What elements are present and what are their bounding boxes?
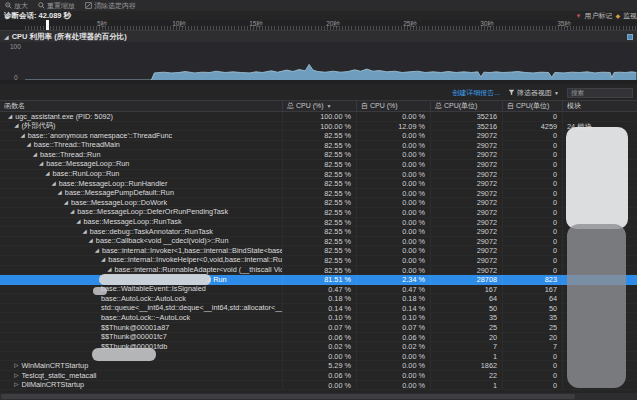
function-name-cell: ▷WinMainCRTStartup (0, 361, 282, 370)
expander-open-icon[interactable]: ◢ (33, 150, 37, 159)
expander-open-icon[interactable]: ◢ (27, 141, 31, 150)
function-name: base::AutoLock::AutoLock (101, 294, 186, 303)
expander-open-icon[interactable]: ◢ (107, 266, 111, 275)
total-cpu-pct-cell: 82.55 % (282, 246, 356, 255)
total-cpu-pct-cell: 82.55 % (282, 170, 356, 179)
filter-view-dropdown[interactable]: 筛选器视图 ▼ (508, 88, 559, 98)
zoom-in-button[interactable]: 放大 (5, 1, 28, 11)
session-bar: 诊断会话: 42.089 秒 ▼ 用户标记 ◆ 监视 (0, 11, 637, 20)
reset-zoom-label: 重置缩放 (47, 1, 75, 11)
tree-row[interactable]: ◢base::MessageLoop::DeferOrRunPendingTas… (0, 208, 637, 218)
self-cpu-pct-cell: 0.00 % (356, 361, 430, 370)
y-axis-min-label: 0 (14, 74, 18, 81)
function-name-cell: ▷DllMainCRTStartup (0, 381, 282, 390)
expander-open-icon[interactable]: ◢ (89, 237, 93, 246)
function-name: base::Callback<void __cdecl(void)>::Run (96, 237, 229, 246)
function-name-cell: ◢base::RunLoop::Run (0, 170, 282, 179)
self-cpu-units-cell: 25 (502, 323, 562, 332)
expander-open-icon[interactable]: ◢ (70, 208, 74, 217)
function-name: base::RunLoop::Run (52, 170, 119, 179)
expander-open-icon[interactable]: ◢ (64, 198, 68, 207)
clear-selection-button[interactable]: 清除选定内容 (85, 1, 136, 11)
col-header-self-cpu-pct[interactable]: 自 CPU (%) (356, 101, 430, 111)
expander-closed-icon[interactable]: ▷ (14, 381, 18, 390)
tree-row[interactable]: ◢ugc_assistant.exe (PID: 5092)100.00 %0.… (0, 112, 637, 122)
scrollbar-thumb[interactable] (1, 394, 575, 399)
tree-row[interactable]: base::AutoLock::~AutoLock0.10 %0.10 %353… (0, 313, 637, 323)
timeline-ruler[interactable]: 5秒10秒15秒20秒25秒30秒35秒 (0, 20, 637, 30)
tree-row[interactable]: ▷DllMainCRTStartup0.00 %0.00 %10 (0, 381, 637, 391)
tree-row[interactable]: base::AutoLock::AutoLock0.18 %0.18 %6464 (0, 294, 637, 304)
tree-row[interactable]: ◢base::MessageLoop::RunHandler82.55 %0.0… (0, 179, 637, 189)
expander-open-icon[interactable]: ◢ (8, 112, 12, 121)
total-cpu-units-cell: 29072 (430, 246, 502, 255)
function-name: base::internal::RunnableAdapter<void (__… (114, 266, 282, 275)
tree-row[interactable]: ▷WinMainCRTStartup5.29 %0.00 %18620 (0, 361, 637, 371)
self-cpu-units-cell: 0 (502, 371, 562, 380)
col-header-function-name[interactable]: 函数名 (0, 101, 282, 111)
expander-open-icon[interactable]: ◢ (76, 218, 80, 227)
tree-row[interactable]: ◢Run81.51 %2.34 %28708823 (0, 275, 637, 285)
tree-row[interactable]: ◢base::MessageLoop::RunTask82.55 %0.00 %… (0, 218, 637, 228)
function-name: base::MessageLoop::DeferOrRunPendingTask (77, 208, 228, 217)
tree-row[interactable]: $$Thunk@00001fc70.06 %0.06 %2020 (0, 333, 637, 343)
tree-row[interactable]: ◢base::Thread::Run82.55 %0.00 %290720 (0, 150, 637, 160)
total-cpu-units-cell: 29072 (430, 198, 502, 207)
tree-row[interactable]: ◢base::`anonymous namespace'::ThreadFunc… (0, 131, 637, 141)
tree-row[interactable]: ◢base::RunLoop::Run82.55 %0.00 %290720 (0, 170, 637, 180)
col-header-total-cpu-pct[interactable]: 总 CPU (%)▼ (282, 101, 356, 111)
tree-row[interactable]: ◢base::MessageLoop::DoWork82.55 %0.00 %2… (0, 198, 637, 208)
total-cpu-units-cell: 29072 (430, 218, 502, 227)
total-cpu-pct-cell: 82.55 % (282, 266, 356, 275)
expander-open-icon[interactable]: ◢ (82, 227, 86, 236)
create-report-link[interactable]: 创建详细报告... (452, 88, 500, 98)
expander-open-icon[interactable]: ◢ (58, 189, 62, 198)
tree-row[interactable]: ◢base::internal::InvokeHelper<0,void,bas… (0, 256, 637, 266)
expander-open-icon[interactable]: ◢ (101, 256, 105, 265)
expander-closed-icon[interactable]: ▷ (14, 361, 18, 370)
tree-row[interactable]: ◢(外部代码)100.00 %12.09 %35216425924 模块 (0, 122, 637, 132)
tree-row[interactable]: ◢base::Callback<void __cdecl(void)>::Run… (0, 237, 637, 247)
cpu-utilization-chart[interactable]: 100 0 (0, 42, 637, 84)
function-name-cell: ◢base::internal::Invoker<1,base::interna… (0, 246, 282, 255)
tree-row[interactable]: std::queue<__int64,std::deque<__int64,st… (0, 304, 637, 314)
col-header-total-cpu-units[interactable]: 总 CPU(单位) (430, 101, 502, 111)
tree-row[interactable]: $$Thunk@00001a870.07 %0.07 %2525 (0, 323, 637, 333)
search-input[interactable] (567, 88, 633, 98)
collapse-triangle-icon[interactable]: ◢ (4, 33, 9, 40)
self-cpu-units-cell: 50 (502, 304, 562, 313)
function-name-cell: ▷Teslcqt_static_metacall (0, 371, 282, 380)
function-name: base::debug::TaskAnnotator::RunTask (90, 227, 213, 236)
col-header-module[interactable]: 模块 (562, 101, 637, 111)
expander-open-icon[interactable]: ◢ (51, 179, 55, 188)
function-name: base::internal::InvokeHelper<0,void,base… (108, 256, 282, 265)
self-cpu-units-cell: 0 (502, 112, 562, 121)
tree-row[interactable]: ◢base::debug::TaskAnnotator::RunTask82.5… (0, 227, 637, 237)
tree-row[interactable]: ◢base::internal::RunnableAdapter<void (_… (0, 266, 637, 276)
tree-row[interactable]: ◢base::internal::Invoker<1,base::interna… (0, 246, 637, 256)
expander-open-icon[interactable]: ◢ (95, 246, 99, 255)
watch-label: 监视 (623, 11, 637, 21)
self-cpu-pct-cell: 0.00 % (356, 371, 430, 380)
expander-open-icon[interactable]: ◢ (20, 131, 24, 140)
expander-open-icon[interactable]: ◢ (45, 170, 49, 179)
self-cpu-pct-cell: 0.00 % (356, 179, 430, 188)
total-cpu-units-cell: 29072 (430, 266, 502, 275)
tree-row[interactable]: ◢base::Thread::ThreadMain82.55 %0.00 %29… (0, 141, 637, 151)
expander-open-icon[interactable]: ◢ (39, 160, 43, 169)
cpu-section-header[interactable]: ◢ CPU 利用率 (所有处理器的百分比) (0, 30, 637, 42)
tree-row[interactable]: ◢base::MessagePumpDefault::Run82.55 %0.0… (0, 189, 637, 199)
tree-row[interactable]: ▷Teslcqt_static_metacall0.06 %0.00 %220 (0, 371, 637, 381)
total-cpu-pct-cell: 82.55 % (282, 179, 356, 188)
expander-closed-icon[interactable]: ▷ (14, 371, 18, 380)
reset-zoom-button[interactable]: 重置缩放 (38, 1, 75, 11)
col-header-self-cpu-units[interactable]: 自 CPU(单位) (502, 101, 562, 111)
redaction-blob (567, 224, 626, 388)
expander-open-icon[interactable]: ◢ (14, 122, 18, 131)
time-tick-label: 15秒 (249, 20, 263, 29)
zoom-in-label: 放大 (14, 1, 28, 11)
function-name: base::internal::Invoker<1,base::internal… (102, 246, 282, 255)
y-axis-max-label: 100 (10, 43, 21, 50)
horizontal-scrollbar[interactable] (0, 393, 637, 400)
tree-row[interactable]: ◢base::MessageLoop::Run82.55 %0.00 %2907… (0, 160, 637, 170)
